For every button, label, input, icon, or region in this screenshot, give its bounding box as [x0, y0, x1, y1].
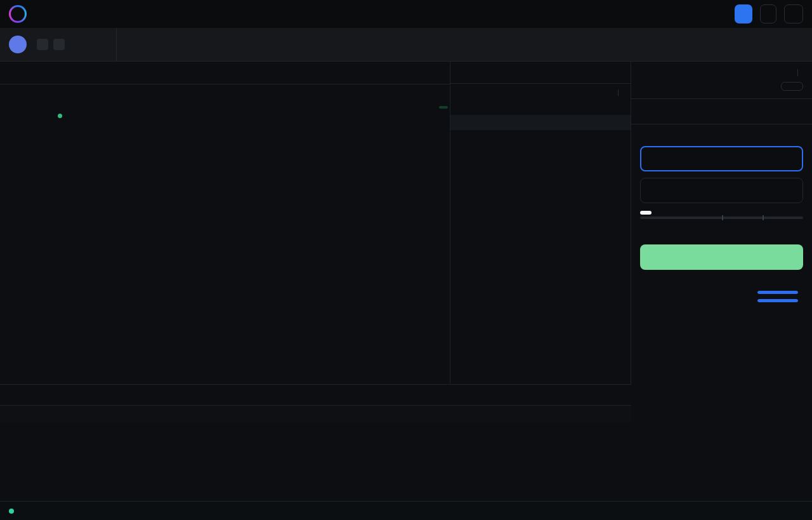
- chevron-down-icon: [70, 43, 75, 46]
- wallet-address-button[interactable]: [760, 4, 776, 23]
- chevron-down-icon: [791, 84, 797, 88]
- order-book-controls: [450, 84, 631, 101]
- k-key-badge: [53, 39, 65, 50]
- maintenance-margin-row: [640, 299, 803, 302]
- chart-toolbar: [0, 84, 450, 106]
- chevron-down-icon: [462, 91, 468, 95]
- order-book-tabs: [450, 62, 631, 84]
- price-axis: [404, 125, 450, 360]
- eth-icon: [9, 36, 27, 53]
- positions-tabs: [0, 385, 631, 406]
- account-section: [631, 62, 812, 99]
- slider-tick: [722, 215, 723, 220]
- positions-table-header: [0, 406, 631, 422]
- divider: [618, 90, 619, 96]
- market-selector[interactable]: [0, 36, 116, 53]
- cross-margin-leverage-row: [640, 82, 803, 91]
- chart-legend: [36, 114, 102, 118]
- order-options-row: [640, 232, 803, 236]
- side-tabs: [631, 99, 812, 124]
- status-dot-icon: [58, 114, 62, 118]
- initial-margin-bar: [757, 291, 798, 294]
- initial-margin-row: [640, 291, 803, 294]
- positions-panel: [0, 384, 631, 501]
- slider-tick: [763, 215, 764, 220]
- order-book-panel: [450, 62, 631, 384]
- status-dot-icon: [9, 509, 14, 514]
- order-book-header: [450, 101, 631, 115]
- chart-area[interactable]: [0, 106, 450, 384]
- place-long-button[interactable]: [640, 244, 803, 270]
- brand-logo-icon[interactable]: [9, 5, 27, 23]
- main-content: [0, 62, 812, 501]
- trade-panel: [631, 62, 812, 501]
- mid-price-row: [450, 115, 631, 130]
- chevron-down-icon: [797, 232, 803, 236]
- tick-size-select[interactable]: [458, 91, 468, 95]
- usd-input[interactable]: [648, 185, 790, 196]
- order-form: [631, 124, 812, 307]
- maintenance-margin-bar: [757, 299, 798, 302]
- chart-tabs: [0, 62, 450, 84]
- status-bar: [0, 501, 812, 520]
- tif-select[interactable]: [791, 232, 803, 236]
- settings-button[interactable]: [784, 4, 803, 23]
- amount-field: [640, 146, 803, 171]
- ticker-bar: [0, 28, 812, 62]
- candlestick-chart[interactable]: [27, 125, 403, 360]
- amount-input[interactable]: [649, 154, 789, 164]
- brand-logo-letter: [11, 7, 25, 21]
- divider: [797, 69, 798, 76]
- unit-toggle: [613, 90, 623, 96]
- slider-percent-badge[interactable]: [640, 211, 652, 215]
- leverage-select[interactable]: [781, 82, 803, 91]
- chart-panel: [0, 62, 450, 384]
- cmd-key-badge: [37, 39, 48, 50]
- deposit-button[interactable]: [735, 4, 752, 23]
- size-slider[interactable]: [640, 210, 803, 226]
- current-price-badge: [439, 106, 448, 109]
- top-nav: [0, 0, 812, 28]
- divider: [116, 28, 117, 62]
- system-status-link[interactable]: [9, 509, 23, 514]
- usd-field: [640, 178, 803, 203]
- top-nav-right: [723, 4, 803, 23]
